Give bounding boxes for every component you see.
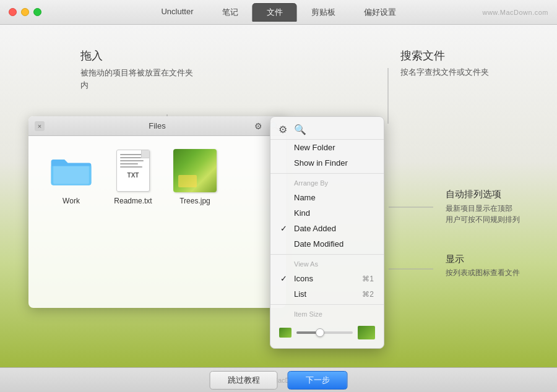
tab-clipboard[interactable]: 剪贴板 bbox=[297, 3, 350, 22]
arrange-desc: 最新项目显示在顶部用户可按不同规则排列 bbox=[446, 203, 520, 225]
menu-item-icons[interactable]: ✓ Icons ⌘1 bbox=[270, 271, 384, 286]
maximize-button[interactable] bbox=[33, 8, 41, 16]
panel-title: Files bbox=[149, 121, 165, 130]
file-label-work: Work bbox=[63, 197, 80, 205]
menu-item-date-modified[interactable]: Date Modified bbox=[270, 236, 384, 252]
menu-gear-icon[interactable]: ⚙ bbox=[275, 122, 290, 137]
tab-notes[interactable]: 笔记 bbox=[208, 3, 253, 22]
shortcut-icons: ⌘1 bbox=[362, 275, 374, 283]
menu-section-view: View As bbox=[270, 257, 384, 271]
tab-bar: Unclutter 笔记 文件 剪贴板 偏好设置 bbox=[147, 3, 410, 22]
search-annotation: 搜索文件 按名字查找文件或文件夹 bbox=[400, 48, 489, 78]
menu-item-show-finder[interactable]: Show in Finder bbox=[270, 155, 384, 171]
arrange-title: 自动排列选项 bbox=[446, 189, 520, 200]
menu-toolbar: ⚙ 🔍 bbox=[270, 119, 384, 140]
search-desc: 按名字查找文件或文件夹 bbox=[400, 67, 489, 78]
slider-area bbox=[270, 321, 384, 346]
watermark-top: www.MacDown.com bbox=[482, 9, 548, 16]
slider-thumb[interactable] bbox=[316, 328, 324, 337]
menu-item-new-folder[interactable]: New Folder bbox=[270, 140, 384, 155]
minimize-button[interactable] bbox=[21, 8, 29, 16]
file-label-trees: Trees.jpg bbox=[179, 197, 210, 205]
files-grid: Work TXT Readme.txt bbox=[28, 136, 286, 218]
titlebar: Unclutter 笔记 文件 剪贴板 偏好设置 www.MacDown.com bbox=[0, 0, 557, 25]
size-small-icon bbox=[279, 328, 291, 338]
arrange-annotation: 自动排列选项 最新项目显示在顶部用户可按不同规则排列 bbox=[446, 189, 520, 225]
menu-item-list[interactable]: List ⌘2 bbox=[270, 286, 384, 302]
close-button[interactable] bbox=[9, 8, 17, 16]
view-desc: 按列表或图标查看文件 bbox=[446, 268, 520, 278]
file-item-work[interactable]: Work bbox=[43, 148, 99, 205]
search-title: 搜索文件 bbox=[400, 48, 489, 63]
menu-item-kind[interactable]: Kind bbox=[270, 205, 384, 221]
txt-icon: TXT bbox=[111, 148, 155, 193]
size-slider[interactable] bbox=[296, 331, 353, 334]
menu-section-size: Item Size bbox=[270, 307, 384, 321]
folder-icon bbox=[49, 148, 93, 193]
menu-item-date-added[interactable]: ✓ Date Added bbox=[270, 221, 384, 236]
main-content: 拖入 被拖动的项目将被放置在文件夹内 搜索文件 按名字查找文件或文件夹 × Fi… bbox=[0, 25, 557, 367]
panel-close-button[interactable]: × bbox=[35, 121, 45, 131]
tab-preferences[interactable]: 偏好设置 bbox=[350, 3, 410, 22]
drag-annotation: 拖入 被拖动的项目将被放置在文件夹内 bbox=[80, 48, 193, 91]
tab-files[interactable]: 文件 bbox=[253, 3, 297, 22]
menu-search-icon[interactable]: 🔍 bbox=[293, 122, 308, 137]
traffic-lights bbox=[0, 8, 41, 16]
bottom-bar: M www.MacDown.com 跳过教程 下一步 bbox=[0, 367, 557, 392]
view-annotation: 显示 按列表或图标查看文件 bbox=[446, 254, 520, 278]
files-panel: × Files ⚙ 🔍 Work bbox=[28, 116, 286, 308]
bottom-buttons: 跳过教程 下一步 bbox=[210, 371, 348, 390]
shortcut-list: ⌘2 bbox=[362, 290, 374, 299]
separator-3 bbox=[270, 304, 384, 305]
view-title: 显示 bbox=[446, 254, 520, 265]
menu-item-name[interactable]: Name bbox=[270, 190, 384, 205]
context-menu: ⚙ 🔍 New Folder Show in Finder Arrange By… bbox=[270, 116, 384, 349]
file-item-readme[interactable]: TXT Readme.txt bbox=[105, 148, 161, 205]
menu-section-arrange: Arrange By bbox=[270, 176, 384, 190]
file-label-readme: Readme.txt bbox=[114, 197, 152, 205]
separator-1 bbox=[270, 173, 384, 174]
file-item-trees[interactable]: Trees.jpg bbox=[167, 148, 223, 205]
drag-title: 拖入 bbox=[80, 48, 193, 63]
next-button[interactable]: 下一步 bbox=[288, 371, 348, 390]
skip-button[interactable]: 跳过教程 bbox=[210, 371, 278, 390]
separator-2 bbox=[270, 254, 384, 255]
panel-titlebar: × Files ⚙ 🔍 bbox=[28, 116, 286, 136]
size-large-icon bbox=[358, 326, 375, 339]
image-icon bbox=[173, 148, 217, 193]
drag-desc: 被拖动的项目将被放置在文件夹内 bbox=[80, 67, 193, 91]
tab-unclutter[interactable]: Unclutter bbox=[147, 3, 207, 22]
gear-icon[interactable]: ⚙ bbox=[251, 119, 265, 133]
